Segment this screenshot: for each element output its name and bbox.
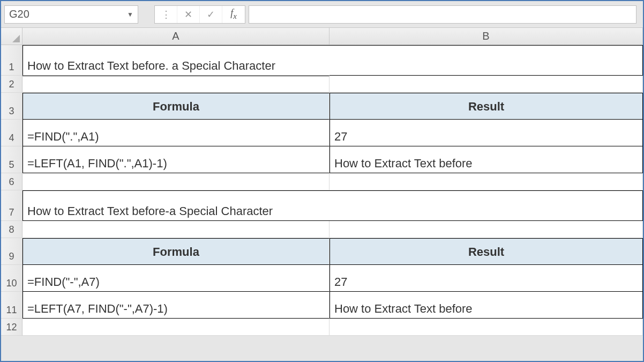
cell-text: How to Extract Text before <box>334 157 473 171</box>
column-header-B[interactable]: B <box>330 28 643 45</box>
cell-text: =LEFT(A1, FIND(".",A1)-1) <box>27 157 167 171</box>
row-header-9[interactable]: 9 <box>1 238 23 265</box>
cell-A3[interactable]: Formula <box>23 93 330 120</box>
name-box[interactable]: G20 ▼ <box>4 5 138 24</box>
row-6: 6 <box>1 173 643 190</box>
row-header-5[interactable]: 5 <box>1 146 23 173</box>
fx-icon[interactable]: fx <box>222 6 245 23</box>
cell-text: How to Extract Text before. a Special Ch… <box>27 59 275 73</box>
cell-A11[interactable]: =LEFT(A7, FIND("-",A7)-1) <box>23 292 330 319</box>
cell-text: 27 <box>334 275 347 289</box>
column-header-A[interactable]: A <box>23 28 330 45</box>
cell-B4[interactable]: 27 <box>330 120 643 146</box>
cell-B3[interactable]: Result <box>330 93 643 120</box>
cell-B9[interactable]: Result <box>330 238 643 265</box>
cell-B6[interactable] <box>330 173 643 190</box>
cell-text: =FIND("-",A7) <box>27 275 100 289</box>
row-7: 7 How to Extract Text before-a Special C… <box>1 190 643 221</box>
cell-B11[interactable]: How to Extract Text before <box>330 292 643 319</box>
row-header-4[interactable]: 4 <box>1 120 23 146</box>
cell-text: =LEFT(A7, FIND("-",A7)-1) <box>27 302 168 316</box>
row-5: 5 =LEFT(A1, FIND(".",A1)-1) How to Extra… <box>1 146 643 173</box>
cell-B1[interactable] <box>330 45 643 76</box>
formula-input[interactable] <box>249 5 636 24</box>
row-4: 4 =FIND(".",A1) 27 <box>1 120 643 146</box>
cell-A6[interactable] <box>23 173 330 190</box>
cancel-icon[interactable]: ✕ <box>177 6 200 23</box>
cell-B10[interactable]: 27 <box>330 265 643 292</box>
cell-A8[interactable] <box>23 221 330 238</box>
cell-text: How to Extract Text before-a Special Cha… <box>27 204 273 218</box>
cell-A7[interactable]: How to Extract Text before-a Special Cha… <box>23 190 330 221</box>
select-all-corner[interactable] <box>1 28 23 45</box>
enter-icon[interactable]: ✓ <box>200 6 222 23</box>
row-header-8[interactable]: 8 <box>1 221 23 238</box>
cell-A4[interactable]: =FIND(".",A1) <box>23 120 330 146</box>
cell-B5[interactable]: How to Extract Text before <box>330 146 643 173</box>
cell-B12[interactable] <box>330 319 643 336</box>
row-header-6[interactable]: 6 <box>1 173 23 190</box>
sheet-grid: 1 How to Extract Text before. a Special … <box>1 45 643 336</box>
cell-A9[interactable]: Formula <box>23 238 330 265</box>
row-header-3[interactable]: 3 <box>1 93 23 120</box>
cell-text: 27 <box>334 130 347 144</box>
row-1: 1 How to Extract Text before. a Special … <box>1 45 643 76</box>
cell-text: =FIND(".",A1) <box>27 130 99 144</box>
cell-A12[interactable] <box>23 319 330 336</box>
cell-A10[interactable]: =FIND("-",A7) <box>23 265 330 292</box>
row-12: 12 <box>1 319 643 336</box>
formula-bar-area: G20 ▼ ⋮ ✕ ✓ fx <box>1 1 643 28</box>
cell-A2[interactable] <box>23 76 330 93</box>
cell-A1[interactable]: How to Extract Text before. a Special Ch… <box>23 45 330 76</box>
name-box-value: G20 <box>9 8 29 20</box>
row-header-10[interactable]: 10 <box>1 265 23 292</box>
row-11: 11 =LEFT(A7, FIND("-",A7)-1) How to Extr… <box>1 292 643 319</box>
cell-B8[interactable] <box>330 221 643 238</box>
more-icon[interactable]: ⋮ <box>155 6 177 23</box>
row-header-12[interactable]: 12 <box>1 319 23 336</box>
row-header-7[interactable]: 7 <box>1 190 23 221</box>
cell-text: Result <box>468 245 504 259</box>
column-headers: A B <box>1 28 643 45</box>
formula-buttons: ⋮ ✕ ✓ fx <box>154 5 245 24</box>
row-header-11[interactable]: 11 <box>1 292 23 319</box>
cell-text: Formula <box>153 245 199 259</box>
cell-text: Result <box>468 100 504 114</box>
row-header-1[interactable]: 1 <box>1 45 23 76</box>
row-10: 10 =FIND("-",A7) 27 <box>1 265 643 292</box>
row-2: 2 <box>1 76 643 93</box>
chevron-down-icon[interactable]: ▼ <box>127 11 133 18</box>
cell-B7[interactable] <box>330 190 643 221</box>
cell-text: Formula <box>153 100 199 114</box>
row-header-2[interactable]: 2 <box>1 76 23 93</box>
row-8: 8 <box>1 221 643 238</box>
row-3: 3 Formula Result <box>1 93 643 120</box>
cell-A5[interactable]: =LEFT(A1, FIND(".",A1)-1) <box>23 146 330 173</box>
excel-window: G20 ▼ ⋮ ✕ ✓ fx A B 1 How to Extract Text… <box>0 0 644 362</box>
row-9: 9 Formula Result <box>1 238 643 265</box>
cell-text: How to Extract Text before <box>334 302 473 316</box>
cell-B2[interactable] <box>330 76 643 93</box>
